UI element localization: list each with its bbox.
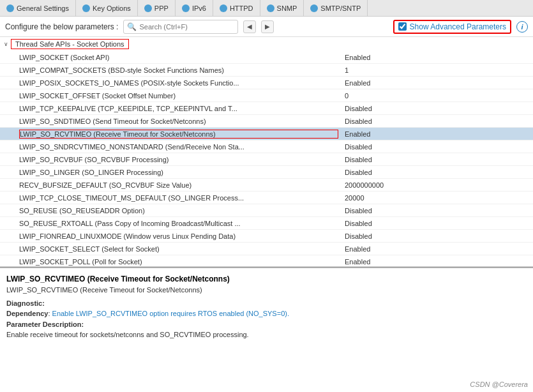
param-row[interactable]: LWIP_SOCKET (Socket API) Enabled xyxy=(0,51,533,64)
desc-param-desc-label: Parameter Description: xyxy=(6,320,84,328)
advanced-params-container: Show Advanced Parameters xyxy=(393,20,511,34)
info-icon: i xyxy=(521,23,523,31)
param-value: Enabled xyxy=(338,54,402,61)
desc-subtitle: LWIP_SO_RCVTIMEO (Receive Timeout for So… xyxy=(6,285,527,296)
param-value: Disabled xyxy=(338,207,402,215)
tab-bar: General Settings Key Options PPP IPv6 HT… xyxy=(0,0,533,17)
desc-dependency: Dependency: Enable LWIP_SO_RCVTIMEO opti… xyxy=(6,308,527,319)
watermark: CSDN @Coverera xyxy=(470,381,528,388)
param-name: SO_REUSE (SO_REUSEADDR Option) xyxy=(19,207,338,215)
tab-snmp[interactable]: SNMP xyxy=(260,0,304,16)
tab-snmp-icon xyxy=(267,4,274,12)
param-row[interactable]: LWIP_SO_SNDRCVTIMEO_NONSTANDARD (Send/Re… xyxy=(0,140,533,153)
param-row[interactable]: LWIP_COMPAT_SOCKETS (BSD-style Socket Fu… xyxy=(0,64,533,77)
tab-ppp-label: PPP xyxy=(154,4,169,12)
tab-general[interactable]: General Settings xyxy=(0,0,76,16)
param-row[interactable]: LWIP_TCP_KEEPALIVE (TCP_KEEPIDLE, TCP_KE… xyxy=(0,102,533,115)
param-row[interactable]: LWIP_FIONREAD_LINUXMODE (Window verus Li… xyxy=(0,230,533,243)
desc-dependency-link[interactable]: Enable LWIP_SO_RCVTIMEO option requires … xyxy=(52,310,289,317)
param-value: 1 xyxy=(338,66,402,74)
param-row[interactable]: LWIP_POSIX_SOCKETS_IO_NAMES (POSIX-style… xyxy=(0,77,533,89)
advanced-params-checkbox[interactable] xyxy=(398,22,407,31)
collapse-icon-socket: ∨ xyxy=(4,41,8,47)
desc-param-desc-text: Enable receive timeout for sockets/netco… xyxy=(6,329,527,340)
tab-smtp-sntp[interactable]: SMTP/SNTP xyxy=(304,0,368,16)
tab-ppp[interactable]: PPP xyxy=(138,0,176,16)
param-value: 0 xyxy=(338,92,402,100)
desc-diagnostic-label: Diagnostic: xyxy=(6,299,45,307)
param-value: Disabled xyxy=(338,143,402,151)
param-value: Enabled xyxy=(338,79,402,87)
param-name: LWIP_SO_RCVTIMEO (Receive Timeout for So… xyxy=(19,130,338,139)
param-name: LWIP_POSIX_SOCKETS_IO_NAMES (POSIX-style… xyxy=(19,79,338,87)
tab-general-label: General Settings xyxy=(17,4,69,12)
desc-diagnostic: Diagnostic: xyxy=(6,298,527,309)
param-value: Disabled xyxy=(338,105,402,112)
param-name: LWIP_SOCKET_SELECT (Select for Socket) xyxy=(19,245,338,253)
tab-ppp-icon xyxy=(144,4,152,12)
param-name: LWIP_COMPAT_SOCKETS (BSD-style Socket Fu… xyxy=(19,66,338,74)
param-row[interactable]: SO_REUSE_RXTOALL (Pass Copy of Incoming … xyxy=(0,217,533,230)
param-row[interactable]: LWIP_SOCKET_POLL (Poll for Socket) Enabl… xyxy=(0,255,533,267)
tab-httpd[interactable]: HTTPD xyxy=(213,0,260,16)
param-row[interactable]: LWIP_SO_SNDTIMEO (Send Timeout for Socke… xyxy=(0,115,533,128)
tab-general-icon xyxy=(6,4,14,12)
param-row[interactable]: LWIP_SO_RCVTIMEO (Receive Timeout for So… xyxy=(0,128,533,140)
param-row[interactable]: LWIP_SOCKET_SELECT (Select for Socket) E… xyxy=(0,243,533,255)
param-name: LWIP_TCP_CLOSE_TIMEOUT_MS_DEFAULT (SO_LI… xyxy=(19,194,338,202)
param-name: RECV_BUFSIZE_DEFAULT (SO_RCVBUF Size Val… xyxy=(19,181,338,189)
param-value: 2000000000 xyxy=(338,181,402,189)
desc-title: LWIP_SO_RCVTIMEO (Receive Timeout for So… xyxy=(6,273,527,285)
param-name: LWIP_SO_SNDTIMEO (Send Timeout for Socke… xyxy=(19,117,338,125)
nav-next-button[interactable]: ▶ xyxy=(261,20,274,33)
param-value: Enabled xyxy=(338,130,402,138)
group-header-socket[interactable]: ∨ Thread Safe APIs - Socket Options xyxy=(0,37,533,51)
tab-ipv6-icon xyxy=(182,4,190,12)
tab-httpd-label: HTTPD xyxy=(230,4,253,12)
search-box[interactable]: 🔍 xyxy=(123,20,238,34)
param-name: LWIP_FIONREAD_LINUXMODE (Window verus Li… xyxy=(19,232,338,240)
description-panel: LWIP_SO_RCVTIMEO (Receive Timeout for So… xyxy=(0,267,533,392)
param-row[interactable]: RECV_BUFSIZE_DEFAULT (SO_RCVBUF Size Val… xyxy=(0,179,533,192)
param-row[interactable]: LWIP_TCP_CLOSE_TIMEOUT_MS_DEFAULT (SO_LI… xyxy=(0,192,533,204)
tab-smtp-sntp-icon xyxy=(310,4,318,12)
tab-ipv6-label: IPv6 xyxy=(192,4,206,12)
param-row[interactable]: SO_REUSE (SO_REUSEADDR Option) Disabled xyxy=(0,204,533,217)
param-value: 20000 xyxy=(338,194,402,202)
param-name: LWIP_SO_SNDRCVTIMEO_NONSTANDARD (Send/Re… xyxy=(19,143,338,151)
param-name: LWIP_SO_LINGER (SO_LINGER Processing) xyxy=(19,169,338,176)
param-value: Disabled xyxy=(338,117,402,125)
nav-prev-button[interactable]: ◀ xyxy=(243,20,256,33)
info-button[interactable]: i xyxy=(516,21,528,33)
tab-key-label: Key Options xyxy=(93,4,131,12)
param-value: Disabled xyxy=(338,232,402,240)
tab-key-icon xyxy=(82,4,90,12)
param-value: Disabled xyxy=(338,169,402,176)
desc-dependency-label: Dependency xyxy=(6,310,48,317)
group-title-socket: Thread Safe APIs - Socket Options xyxy=(11,39,129,49)
advanced-params-label: Show Advanced Parameters xyxy=(410,22,506,31)
param-name: LWIP_SO_RCVBUF (SO_RCVBUF Processing) xyxy=(19,156,338,163)
param-name: LWIP_SOCKET_OFFSET (Socket Offset Number… xyxy=(19,92,338,100)
param-value: Enabled xyxy=(338,258,402,266)
desc-param-desc: Parameter Description: xyxy=(6,319,527,330)
param-value: Disabled xyxy=(338,220,402,227)
param-name: LWIP_SOCKET (Socket API) xyxy=(19,54,338,61)
param-value: Enabled xyxy=(338,245,402,253)
tab-ipv6[interactable]: IPv6 xyxy=(176,0,213,16)
main-area: ∨ Thread Safe APIs - Socket Options LWIP… xyxy=(0,37,533,392)
search-icon: 🔍 xyxy=(127,22,137,31)
tab-httpd-icon xyxy=(220,4,227,12)
tab-key[interactable]: Key Options xyxy=(76,0,138,16)
search-input[interactable] xyxy=(139,23,229,31)
tab-smtp-sntp-label: SMTP/SNTP xyxy=(320,4,361,12)
param-name: SO_REUSE_RXTOALL (Pass Copy of Incoming … xyxy=(19,220,338,227)
param-value: Disabled xyxy=(338,156,402,163)
param-name: LWIP_SOCKET_POLL (Poll for Socket) xyxy=(19,258,338,266)
params-list[interactable]: ∨ Thread Safe APIs - Socket Options LWIP… xyxy=(0,37,533,267)
param-row[interactable]: LWIP_SOCKET_OFFSET (Socket Offset Number… xyxy=(0,89,533,102)
param-name: LWIP_TCP_KEEPALIVE (TCP_KEEPIDLE, TCP_KE… xyxy=(19,105,338,112)
param-row[interactable]: LWIP_SO_LINGER (SO_LINGER Processing) Di… xyxy=(0,166,533,179)
param-row[interactable]: LWIP_SO_RCVBUF (SO_RCVBUF Processing) Di… xyxy=(0,153,533,166)
tab-snmp-label: SNMP xyxy=(277,4,297,12)
